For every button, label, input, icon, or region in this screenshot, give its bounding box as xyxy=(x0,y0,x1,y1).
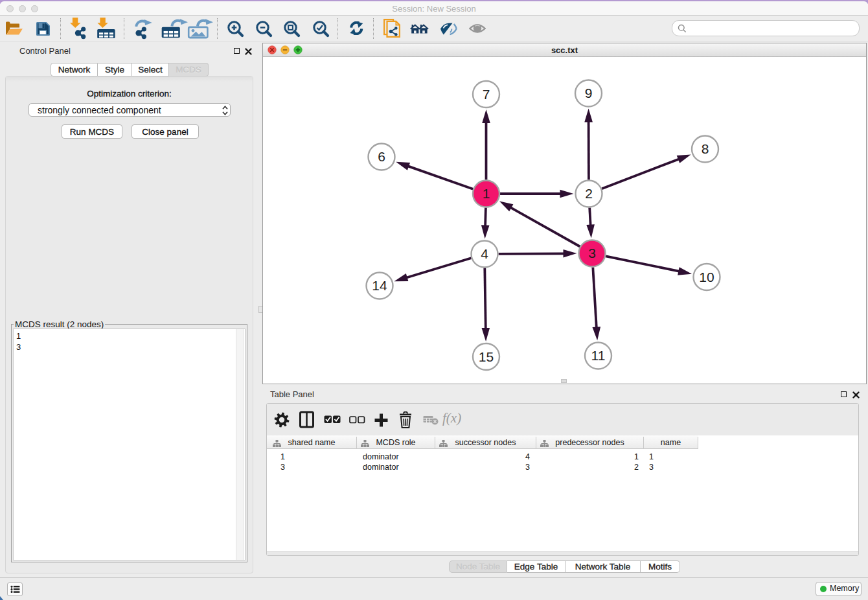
svg-text:7: 7 xyxy=(483,86,490,101)
svg-text:4: 4 xyxy=(481,246,488,261)
svg-text:1: 1 xyxy=(483,186,490,201)
svg-text:3: 3 xyxy=(588,246,596,260)
svg-text:6: 6 xyxy=(378,149,385,164)
svg-text:15: 15 xyxy=(479,349,494,363)
svg-text:2: 2 xyxy=(585,186,593,201)
svg-text:10: 10 xyxy=(699,269,714,284)
svg-text:14: 14 xyxy=(372,278,387,293)
svg-text:8: 8 xyxy=(702,141,709,156)
svg-text:9: 9 xyxy=(585,86,593,100)
svg-text:11: 11 xyxy=(591,348,606,363)
